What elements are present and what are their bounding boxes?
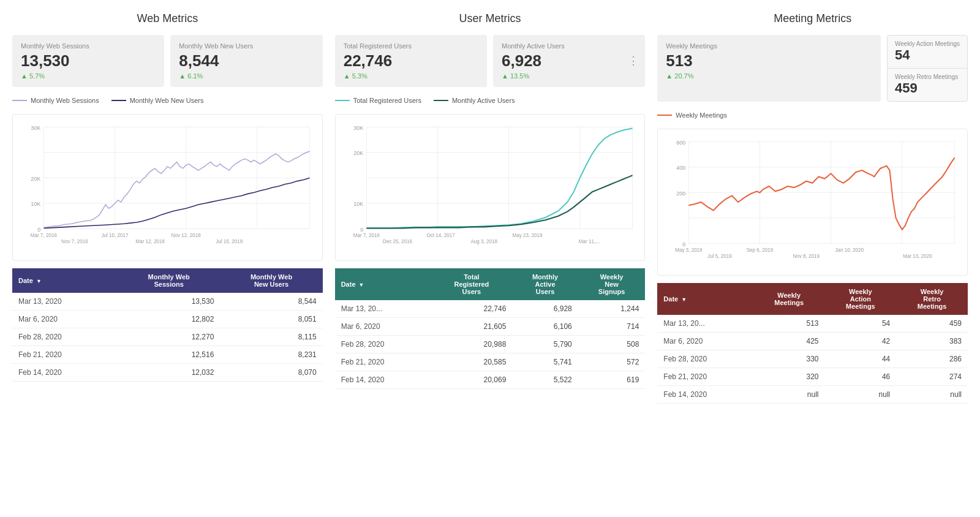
action-meetings-value: 54: [895, 47, 960, 63]
action-meetings-card: Weekly Action Meetings 54: [888, 36, 967, 69]
table-cell: 46: [825, 368, 897, 386]
svg-text:10K: 10K: [31, 201, 41, 207]
svg-text:Nov 8, 2019: Nov 8, 2019: [793, 254, 820, 259]
svg-text:Jul 5, 2019: Jul 5, 2019: [707, 254, 732, 259]
meeting-chart-svg: 600 400 200 0 May 3, 2019 Sep 6, 2019 Ja…: [664, 135, 961, 269]
table-cell: 12,032: [118, 363, 220, 381]
table-cell: 20,069: [431, 371, 512, 388]
table-cell: 22,746: [431, 300, 512, 318]
svg-text:Mar 7, 2016: Mar 7, 2016: [31, 232, 58, 238]
svg-text:Oct 14, 2017: Oct 14, 2017: [426, 232, 455, 238]
svg-text:Jan 10, 2020: Jan 10, 2020: [835, 247, 864, 253]
table-cell: 5,522: [512, 371, 578, 388]
retro-meetings-card: Weekly Retro Meetings 459: [888, 69, 967, 101]
web-table-container: Date ▼ Monthly WebSessions Monthly WebNe…: [12, 268, 323, 382]
table-row: Feb 28, 202012,2708,115: [12, 328, 323, 345]
action-meetings-label: Weekly Action Meetings: [895, 40, 960, 47]
svg-text:Jul 15, 2019: Jul 15, 2019: [216, 239, 243, 244]
table-cell: 330: [753, 350, 825, 368]
table-cell: 5,741: [512, 353, 578, 371]
table-cell: 8,231: [220, 345, 322, 363]
user-legend-registered-line: [335, 100, 350, 101]
table-cell: 12,270: [118, 328, 220, 345]
svg-text:400: 400: [677, 165, 686, 171]
table-cell: null: [896, 386, 968, 404]
web-legend-newusers: Monthly Web New Users: [111, 97, 204, 104]
table-cell: 383: [896, 333, 968, 350]
user-legend-active-label: Monthly Active Users: [452, 97, 515, 104]
web-sessions-label: Monthly Web Sessions: [21, 42, 156, 50]
table-cell: 13,530: [118, 293, 220, 311]
user-registered-label: Total Registered Users: [344, 42, 478, 50]
table-cell: 714: [578, 317, 646, 335]
web-sessions-card: Monthly Web Sessions 13,530 5.7%: [12, 35, 164, 87]
web-chart: 30K 20K 10K 0 Mar 7, 2016: [12, 114, 323, 261]
web-newusers-label: Monthly Web New Users: [179, 42, 314, 50]
svg-text:Mar 12, 2018: Mar 12, 2018: [135, 239, 165, 244]
svg-text:Mar 11,...: Mar 11,...: [579, 239, 600, 244]
meeting-col-retro: WeeklyRetroMeetings: [896, 283, 968, 315]
meeting-col-weekly: WeeklyMeetings: [753, 283, 825, 315]
web-legend-newusers-line: [111, 100, 126, 101]
user-date-sort-icon: ▼: [359, 282, 364, 288]
user-chart-svg: 30K 20K 10K 0 Mar 7, 2016: [342, 121, 639, 254]
table-cell: 320: [753, 368, 825, 386]
table-row: Feb 14, 202020,0695,522619: [335, 371, 646, 388]
svg-text:30K: 30K: [31, 124, 41, 130]
meeting-metrics-row: Weekly Meetings 513 20.7% Weekly Action …: [657, 35, 968, 102]
table-cell: 286: [896, 350, 968, 368]
table-cell: null: [753, 386, 825, 404]
user-col-date[interactable]: Date ▼: [335, 268, 431, 300]
table-cell: 54: [825, 315, 897, 333]
user-metrics-panel: User Metrics Total Registered Users 22,7…: [335, 12, 646, 404]
user-legend-active-line: [434, 100, 448, 101]
table-row: Mar 13, 20...51354459: [657, 315, 968, 333]
table-row: Mar 6, 202021,6056,106714: [335, 317, 646, 335]
svg-text:Nov 12, 2018: Nov 12, 2018: [172, 232, 201, 238]
web-panel-title: Web Metrics: [12, 12, 323, 25]
svg-text:10K: 10K: [353, 201, 364, 207]
web-legend-sessions-line: [12, 100, 27, 101]
svg-text:Aug 3, 2018: Aug 3, 2018: [470, 239, 497, 244]
table-cell: null: [825, 386, 897, 404]
web-chart-svg: 30K 20K 10K 0 Mar 7, 2016: [19, 121, 316, 254]
table-row: Mar 13, 20...22,7466,9281,244: [335, 300, 646, 318]
table-cell: 21,605: [431, 317, 512, 335]
table-cell: 12,516: [118, 345, 220, 363]
web-metrics-panel: Web Metrics Monthly Web Sessions 13,530 …: [12, 12, 323, 404]
user-active-value: 6,928: [502, 52, 636, 70]
user-panel-menu[interactable]: ⋮: [628, 54, 639, 67]
table-cell: 20,988: [431, 335, 512, 353]
table-cell: 459: [896, 315, 968, 333]
web-legend: Monthly Web Sessions Monthly Web New Use…: [12, 94, 323, 107]
web-metrics-row: Monthly Web Sessions 13,530 5.7% Monthly…: [12, 35, 323, 87]
meeting-legend-weekly-label: Weekly Meetings: [676, 111, 727, 119]
svg-text:20K: 20K: [353, 150, 364, 156]
table-row: Feb 21, 202032046274: [657, 368, 968, 386]
user-col-registered: TotalRegisteredUsers: [431, 268, 512, 300]
svg-text:Sep 6, 2019: Sep 6, 2019: [747, 247, 774, 253]
svg-text:600: 600: [677, 139, 686, 145]
meeting-col-date[interactable]: Date ▼: [657, 283, 753, 315]
user-data-table: Date ▼ TotalRegisteredUsers MonthlyActiv…: [335, 268, 646, 389]
weekly-meetings-change: 20.7%: [666, 72, 872, 80]
web-col-date[interactable]: Date ▼: [12, 268, 118, 293]
svg-text:Mar 13, 2020: Mar 13, 2020: [903, 254, 933, 259]
table-cell: Feb 14, 2020: [335, 371, 431, 388]
table-cell: Mar 13, 20...: [657, 315, 753, 333]
table-cell: Feb 21, 2020: [335, 353, 431, 371]
user-chart: 30K 20K 10K 0 Mar 7, 2016: [335, 114, 646, 261]
svg-text:20K: 20K: [31, 175, 41, 181]
user-legend: Total Registered Users Monthly Active Us…: [335, 94, 646, 107]
user-active-card: Monthly Active Users 6,928 13.5% ⋮: [493, 35, 645, 87]
meeting-legend-weekly: Weekly Meetings: [657, 111, 727, 119]
web-legend-newusers-label: Monthly Web New Users: [130, 97, 204, 104]
table-row: Mar 13, 202013,5308,544: [12, 293, 323, 311]
weekly-meetings-card: Weekly Meetings 513 20.7%: [657, 35, 881, 102]
web-col-sessions: Monthly WebSessions: [118, 268, 220, 293]
user-col-signups: WeeklyNewSignups: [578, 268, 646, 300]
user-col-active: MonthlyActiveUsers: [512, 268, 578, 300]
user-table-container: Date ▼ TotalRegisteredUsers MonthlyActiv…: [335, 268, 646, 389]
table-row: Feb 28, 202033044286: [657, 350, 968, 368]
meeting-col-action: WeeklyActionMeetings: [825, 283, 897, 315]
